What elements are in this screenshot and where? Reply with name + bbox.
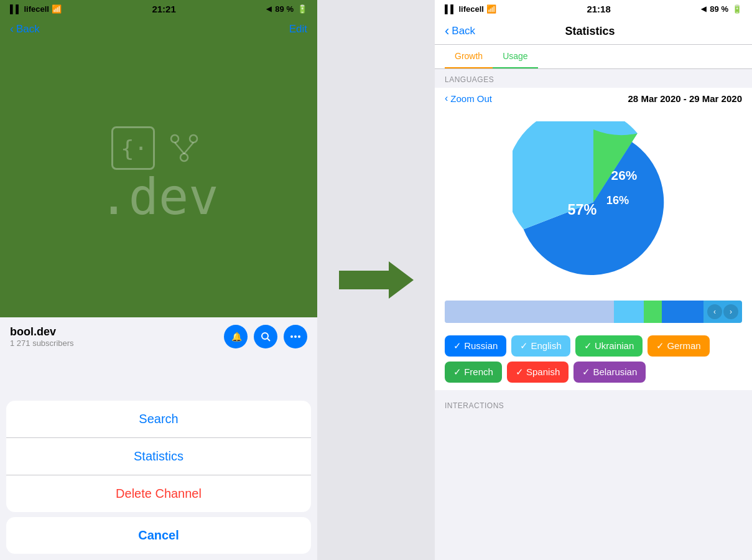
battery-icon-left: 🔋 [297, 4, 307, 14]
tab-usage[interactable]: Usage [493, 45, 537, 68]
carrier-signal: ▌▌ lifecell 📶 [10, 4, 62, 14]
cancel-button[interactable]: Cancel [6, 517, 311, 554]
delete-channel-label: Delete Channel [116, 487, 202, 501]
language-bar-container: ‹ › [435, 296, 752, 328]
logo-icons-row: {·} [111, 126, 206, 170]
lang-bar-prev[interactable]: ‹ [707, 304, 722, 319]
status-bar-left: ▌▌ lifecell 📶 21:21 ◀ 89 % 🔋 [0, 0, 317, 18]
lang-bar-seg-2 [614, 301, 644, 323]
search-action-label: Search [139, 412, 178, 426]
more-options-button[interactable] [284, 325, 307, 348]
language-bar: ‹ › [445, 301, 742, 323]
svg-point-11 [298, 335, 300, 338]
back-button-right[interactable]: ‹ Back [445, 23, 475, 39]
git-icon [162, 126, 206, 170]
lang-bar-next[interactable]: › [723, 304, 738, 319]
pie-chart: 57% 26% 16% [513, 121, 674, 283]
language-tags: ✓ Russian ✓ English ✓ Ukrainian ✓ German… [435, 328, 752, 390]
back-button-left[interactable]: ‹ Back [10, 22, 40, 35]
lang-tag-russian-label: ✓ Russian [453, 340, 498, 351]
tab-growth-label: Growth [455, 51, 483, 61]
lang-tag-german-label: ✓ German [656, 340, 700, 351]
cancel-label: Cancel [138, 528, 179, 543]
interactions-section-header: INTERACTIONS [435, 395, 752, 414]
lang-tag-english-label: ✓ English [520, 340, 561, 351]
svg-text:{·}: {·} [121, 136, 149, 161]
pie-label-16: 16% [606, 194, 629, 207]
action-sheet: Search Statistics Delete Channel Cancel [0, 396, 317, 560]
svg-point-9 [290, 335, 293, 338]
lang-tag-belarusian[interactable]: ✓ Belarusian [573, 362, 646, 383]
nav-bar-left: ‹ Back Edit [0, 17, 317, 40]
mute-button[interactable]: 🔔 [224, 325, 248, 348]
search-action-item[interactable]: Search [6, 401, 311, 438]
wifi-icon: 📶 [52, 4, 62, 14]
lang-tag-ukrainian-label: ✓ Ukrainian [584, 340, 634, 351]
channel-info-bar: bool.dev 1 271 subscribers 🔔 [0, 317, 317, 356]
left-panel: ▌▌ lifecell 📶 21:21 ◀ 89 % 🔋 ‹ Back Edit… [0, 0, 317, 560]
channel-logo: {·} .dev [99, 95, 219, 222]
lang-tag-spanish-label: ✓ Spanish [516, 366, 560, 377]
svg-point-2 [190, 135, 197, 142]
back-chevron-right: ‹ [445, 23, 449, 39]
svg-line-5 [184, 142, 193, 154]
pie-label-57: 57% [567, 202, 596, 218]
svg-text:🔔: 🔔 [231, 332, 241, 342]
carrier-name-right: lifecell [458, 4, 483, 14]
statistics-action-item[interactable]: Statistics [6, 438, 311, 475]
svg-line-4 [175, 142, 184, 154]
svg-point-3 [180, 154, 188, 161]
lang-tag-russian[interactable]: ✓ Russian [445, 335, 506, 357]
tab-bar: Growth Usage [435, 45, 752, 69]
wifi-icon-right: 📶 [486, 4, 496, 14]
lang-tag-spanish[interactable]: ✓ Spanish [507, 362, 569, 383]
battery-text-right: 89 % [710, 4, 728, 14]
lang-tag-french[interactable]: ✓ French [445, 362, 502, 383]
lang-tag-english[interactable]: ✓ English [511, 335, 570, 357]
status-bar-right: ▌▌ lifecell 📶 21:18 ◀ 89 % 🔋 [435, 0, 752, 18]
carrier-name: lifecell [24, 4, 49, 14]
back-chevron-left: ‹ [10, 22, 14, 35]
lang-bar-seg-1 [445, 301, 614, 323]
edit-button[interactable]: Edit [289, 23, 307, 35]
channel-header-bg: {·} .dev [0, 0, 317, 317]
lang-bar-navigation: ‹ › [703, 301, 742, 323]
right-panel: ▌▌ lifecell 📶 21:18 ◀ 89 % 🔋 ‹ Back Stat… [435, 0, 752, 560]
curly-braces-icon: {·} [111, 126, 155, 170]
svg-point-1 [171, 135, 179, 142]
svg-point-10 [294, 335, 297, 338]
svg-point-7 [262, 333, 268, 339]
channel-logo-text: .dev [99, 172, 219, 222]
lang-tag-ukrainian[interactable]: ✓ Ukrainian [575, 335, 643, 357]
lang-tag-german[interactable]: ✓ German [648, 335, 709, 357]
statistics-action-label: Statistics [134, 449, 183, 464]
languages-label: LANGUAGES [445, 75, 494, 84]
lang-tag-belarusian-label: ✓ Belarusian [582, 366, 637, 377]
zoom-out-label: Zoom Out [450, 93, 492, 104]
languages-section-header: LANGUAGES [435, 69, 752, 88]
signal-icon-right: ▌▌ [445, 4, 456, 14]
svg-line-8 [267, 338, 270, 341]
carrier-signal-right: ▌▌ lifecell 📶 [445, 4, 496, 14]
signal-icon: ▌▌ [10, 4, 21, 14]
back-label-right: Back [452, 25, 475, 37]
battery-icon-right: 🔋 [732, 4, 742, 14]
tab-growth[interactable]: Growth [445, 45, 493, 68]
battery-text-left: 89 % [275, 4, 294, 14]
date-range: 28 Mar 2020 - 29 Mar 2020 [628, 93, 742, 104]
delete-channel-action-item[interactable]: Delete Channel [6, 475, 311, 512]
zoom-out-button[interactable]: ‹ Zoom Out [445, 93, 492, 104]
lang-bar-seg-4 [662, 301, 703, 323]
channel-name-area: bool.dev 1 271 subscribers [10, 325, 74, 348]
time-left: 21:21 [152, 4, 175, 14]
lang-bar-seg-3 [644, 301, 662, 323]
time-right: 21:18 [587, 4, 610, 14]
pie-chart-container: 57% 26% 16% [435, 109, 752, 296]
search-channel-button[interactable] [254, 325, 277, 348]
interactions-label: INTERACTIONS [445, 401, 504, 410]
channel-subscribers: 1 271 subscribers [10, 338, 74, 348]
page-title: Statistics [565, 25, 615, 38]
lang-tag-french-label: ✓ French [453, 366, 493, 377]
tab-usage-label: Usage [503, 51, 527, 61]
right-arrow-icon [339, 258, 414, 302]
